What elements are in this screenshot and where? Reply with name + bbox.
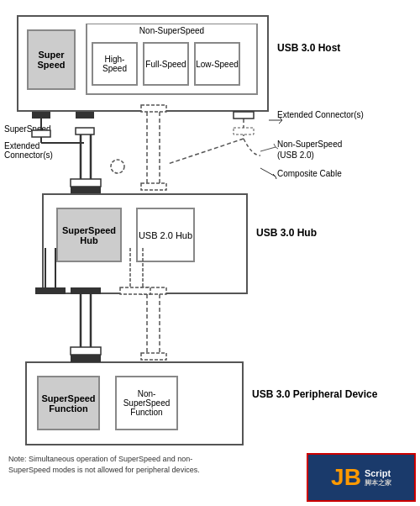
low-speed-box: Low-Speed	[194, 42, 240, 86]
diagram-container: Super Speed Non-SuperSpeed High-Speed Fu…	[0, 0, 420, 506]
non-superspeed-function-box: Non-SuperSpeed Function	[115, 376, 178, 430]
label-superspeed-left: SuperSpeed	[4, 124, 51, 134]
watermark-text: Script 脚本之家	[365, 468, 391, 488]
host-label: USB 3.0 Host	[277, 42, 340, 54]
high-speed-box: High-Speed	[92, 42, 138, 86]
svg-rect-7	[234, 128, 254, 134]
watermark-site: Script	[365, 468, 391, 478]
note-text: Note: Simultaneous operation of SuperSpe…	[8, 454, 227, 475]
full-speed-box: Full-Speed	[143, 42, 189, 86]
superspeed-hub-label: SuperSpeed Hub	[58, 225, 120, 245]
svg-line-12	[274, 144, 276, 147]
svg-rect-35	[141, 353, 166, 360]
svg-rect-2	[32, 112, 50, 119]
svg-line-15	[273, 174, 276, 177]
non-superspeed-inner-box: Non-SuperSpeed High-Speed Full-Speed Low…	[86, 24, 258, 95]
usb2-hub-box: USB 2.0 Hub	[136, 208, 195, 262]
watermark: JB Script 脚本之家	[307, 453, 416, 502]
non-superspeed-label: Non-SuperSpeed	[87, 24, 256, 37]
svg-rect-31	[71, 347, 101, 355]
svg-rect-17	[76, 112, 94, 119]
superspeed-host-label: Super Speed	[29, 50, 74, 70]
non-superspeed-right-text: Non-SuperSpeed(USB 2.0)	[277, 140, 342, 160]
host-outer-box: Super Speed Non-SuperSpeed High-Speed Fu…	[17, 15, 269, 112]
watermark-url: 脚本之家	[365, 478, 391, 488]
watermark-logo: JB	[331, 464, 361, 491]
svg-line-10	[279, 120, 282, 124]
extended-connector-right-text: Extended Connector(s)	[277, 110, 364, 119]
usb2-hub-label: USB 2.0 Hub	[139, 230, 192, 240]
svg-line-11	[260, 147, 276, 151]
svg-line-5	[168, 139, 244, 164]
extended-left-text: ExtendedConnector(s)	[4, 141, 53, 160]
hub-label: USB 3.0 Hub	[256, 227, 317, 239]
superspeed-left-text: SuperSpeed	[4, 124, 51, 134]
high-speed-label: High-Speed	[93, 55, 136, 73]
superspeed-function-box: SuperSpeed Function	[37, 376, 100, 430]
svg-rect-21	[71, 187, 101, 193]
svg-line-16	[276, 177, 276, 179]
superspeed-hub-box: SuperSpeed Hub	[56, 208, 122, 262]
superspeed-function-label: SuperSpeed Function	[39, 393, 98, 414]
low-speed-label: Low-Speed	[196, 60, 239, 69]
peripheral-label: USB 3.0 Peripheral Device	[252, 388, 377, 400]
svg-rect-22	[71, 179, 101, 187]
label-composite-cable: Composite Cable	[277, 168, 342, 179]
svg-point-36	[111, 160, 124, 173]
non-superspeed-function-label: Non-SuperSpeed Function	[117, 389, 176, 417]
label-extended-left: ExtendedConnector(s)	[4, 141, 53, 160]
svg-rect-18	[76, 128, 94, 134]
superspeed-host-box: Super Speed	[27, 29, 76, 90]
label-non-superspeed-right: Non-SuperSpeed(USB 2.0)	[277, 139, 342, 161]
composite-cable-text: Composite Cable	[277, 169, 342, 178]
svg-rect-6	[234, 112, 254, 119]
label-extended-right: Extended Connector(s)	[277, 109, 364, 120]
speed-boxes-group: High-Speed Full-Speed Low-Speed	[92, 42, 240, 86]
svg-line-14	[260, 168, 276, 177]
peripheral-outer-box: SuperSpeed Function Non-SuperSpeed Funct…	[25, 361, 244, 445]
hub-outer-box: SuperSpeed Hub USB 2.0 Hub	[42, 193, 248, 294]
svg-rect-26	[141, 183, 166, 190]
full-speed-label: Full-Speed	[145, 60, 186, 69]
